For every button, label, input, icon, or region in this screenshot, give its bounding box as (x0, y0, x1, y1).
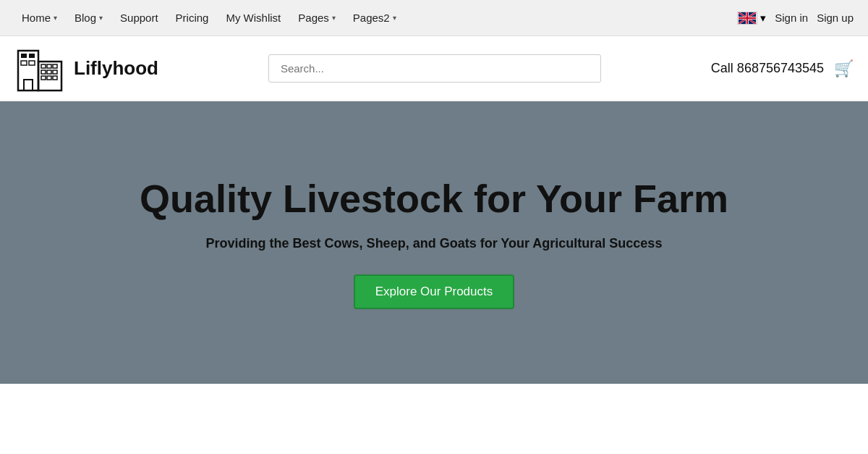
nav-item-pages2[interactable]: Pages2 ▾ (346, 6, 404, 30)
sign-in-link[interactable]: Sign in (775, 12, 808, 24)
nav-label-support: Support (120, 12, 158, 24)
svg-rect-9 (53, 64, 57, 68)
svg-rect-15 (53, 76, 57, 80)
nav-caret-blog: ▾ (99, 14, 103, 22)
nav-item-wishlist[interactable]: My Wishlist (218, 6, 288, 30)
nav-caret-pages: ▾ (332, 14, 336, 22)
svg-rect-11 (47, 70, 51, 74)
header-right: Call 868756743545 🛒 (711, 59, 854, 78)
nav-right: ▾ Sign in Sign up (737, 12, 854, 25)
search-input[interactable] (268, 54, 601, 83)
cart-icon[interactable]: 🛒 (834, 59, 854, 78)
svg-rect-13 (41, 76, 46, 80)
sign-up-link[interactable]: Sign up (817, 12, 854, 24)
nav-label-pages: Pages (298, 12, 329, 24)
language-selector[interactable]: ▾ (737, 12, 766, 25)
svg-rect-12 (53, 70, 57, 74)
nav-caret-pages2: ▾ (393, 14, 396, 22)
call-number: Call 868756743545 (711, 61, 824, 76)
nav-item-support[interactable]: Support (113, 6, 166, 30)
logo-text: Liflyhood (74, 57, 158, 80)
hero-title: Quality Livestock for Your Farm (140, 176, 728, 221)
language-caret: ▾ (760, 12, 766, 25)
svg-rect-7 (41, 64, 46, 68)
nav-label-blog: Blog (75, 12, 96, 24)
svg-rect-14 (47, 76, 51, 80)
nav-label-home: Home (22, 12, 51, 24)
nav-caret-home: ▾ (54, 14, 57, 22)
hero-subtitle: Providing the Best Cows, Sheep, and Goat… (206, 236, 663, 251)
svg-rect-6 (29, 61, 35, 65)
svg-rect-3 (21, 54, 27, 58)
site-header: Liflyhood Call 868756743545 🛒 (0, 36, 868, 101)
top-navigation: Home ▾ Blog ▾ Support Pricing My Wishlis… (0, 0, 868, 36)
uk-flag-icon (737, 12, 757, 25)
nav-item-pricing[interactable]: Pricing (169, 6, 216, 30)
svg-rect-4 (29, 54, 35, 58)
svg-rect-16 (24, 80, 33, 91)
nav-label-wishlist: My Wishlist (226, 12, 281, 24)
logo-icon (14, 43, 65, 94)
nav-item-blog[interactable]: Blog ▾ (67, 6, 110, 30)
hero-banner: Quality Livestock for Your Farm Providin… (0, 101, 868, 384)
svg-rect-8 (47, 64, 51, 68)
svg-rect-5 (21, 61, 27, 65)
nav-item-home[interactable]: Home ▾ (14, 6, 64, 30)
explore-products-button[interactable]: Explore Our Products (354, 274, 515, 309)
nav-item-pages[interactable]: Pages ▾ (291, 6, 343, 30)
nav-left: Home ▾ Blog ▾ Support Pricing My Wishlis… (14, 6, 404, 30)
svg-rect-10 (41, 70, 46, 74)
search-bar[interactable] (268, 54, 601, 83)
logo[interactable]: Liflyhood (14, 43, 158, 94)
nav-label-pricing: Pricing (176, 12, 209, 24)
nav-label-pages2: Pages2 (353, 12, 390, 24)
